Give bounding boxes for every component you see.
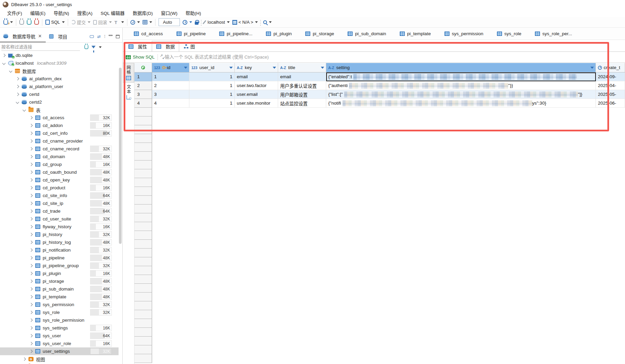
chevron-right-icon[interactable]	[29, 264, 33, 267]
chevron-right-icon[interactable]	[29, 241, 33, 244]
cell-setting[interactable]: {"list":[""]}	[326, 90, 596, 99]
chevron-right-icon[interactable]	[29, 147, 33, 151]
column-dropdown-icon[interactable]	[184, 67, 187, 69]
chevron-right-icon[interactable]	[2, 54, 6, 57]
sidebar-scrollbar[interactable]	[119, 68, 122, 244]
tree-item-table[interactable]: cd_user_suite32K	[0, 215, 119, 223]
cell-id[interactable]: 2	[152, 81, 189, 90]
tree-item[interactable]: 视图	[0, 355, 119, 363]
chevron-right-icon[interactable]	[29, 326, 33, 330]
tree-item-table[interactable]: cd_cname_record32K	[0, 145, 119, 153]
show-sql-button[interactable]: Show SQL	[126, 55, 155, 60]
grid-corner-cell[interactable]	[134, 63, 152, 72]
tree-item[interactable]: 数据库	[0, 67, 119, 75]
cell-setting[interactable]: {"enabled":t	[326, 72, 596, 81]
chevron-right-icon[interactable]	[29, 163, 33, 166]
tree-item-table[interactable]: sys_role32K	[0, 308, 119, 316]
chevron-right-icon[interactable]	[29, 210, 33, 213]
tree-item-table[interactable]: cd_product16K	[0, 184, 119, 192]
edit-connection-button[interactable]	[25, 19, 33, 26]
chevron-right-icon[interactable]	[23, 358, 26, 361]
lock-button[interactable]	[193, 19, 200, 26]
column-dropdown-icon[interactable]	[321, 67, 324, 69]
transaction-history-button[interactable]	[181, 19, 193, 26]
chevron-right-icon[interactable]	[16, 85, 19, 88]
tree-item-table[interactable]: cd_access32K	[0, 114, 119, 122]
presentation-tab-网格[interactable]: 网格	[123, 63, 134, 83]
tree-item[interactable]: ai_platform_dex	[0, 75, 119, 83]
editor-tab-pi_sub_domain[interactable]: pi_sub_domain	[341, 28, 392, 40]
tree-item-table[interactable]: pi_pipeline48K	[0, 254, 119, 262]
new-connection-button[interactable]	[2, 19, 14, 26]
cell-create-time[interactable]: 2025-06-	[596, 99, 625, 108]
chevron-right-icon[interactable]	[29, 132, 33, 135]
chevron-right-icon[interactable]	[29, 225, 33, 229]
tab-projects[interactable]: 项目	[46, 30, 70, 42]
tree-item-table[interactable]: pi_notification32K	[0, 246, 119, 254]
menu-item-A[interactable]: 搜索(A)	[74, 9, 96, 17]
sql-editor-button[interactable]: SQL	[44, 19, 66, 26]
menu-item-W[interactable]: 窗口(W)	[157, 9, 181, 17]
column-header-key[interactable]: A-Zkey	[235, 63, 278, 72]
chevron-right-icon[interactable]	[29, 334, 33, 338]
cell-id[interactable]: 1	[152, 72, 189, 81]
cell-key[interactable]: user.email	[235, 90, 278, 99]
chevron-right-icon[interactable]	[29, 319, 33, 322]
tree-item-table[interactable]: cd_domain48K	[0, 153, 119, 160]
editor-tab-pi_storage[interactable]: pi_storage	[299, 28, 340, 40]
chevron-right-icon[interactable]	[29, 311, 33, 314]
rollback-button[interactable]: 回滚	[92, 18, 113, 26]
chevron-right-icon[interactable]	[29, 249, 33, 252]
filter-dropdown-icon[interactable]	[99, 46, 102, 48]
tree-item-table[interactable]: sys_user64K	[0, 332, 119, 340]
tree-item-table[interactable]: cd_oauth_bound48K	[0, 168, 119, 176]
menu-item-D[interactable]: 数据库(D)	[129, 9, 157, 17]
chevron-right-icon[interactable]	[29, 178, 33, 182]
collapse-all-icon[interactable]	[90, 35, 94, 38]
cell-title[interactable]: 站点监控设置	[278, 99, 326, 108]
editor-tab-pi_pipeline[interactable]: pi_pipeline	[170, 28, 212, 40]
chevron-right-icon[interactable]	[29, 287, 33, 291]
column-header-create_t[interactable]: create_t	[596, 63, 625, 72]
database-selector[interactable]: < N/A >	[231, 19, 259, 26]
tree-item-table[interactable]: cd_trade64K	[0, 207, 119, 215]
chevron-right-icon[interactable]	[29, 186, 33, 190]
chevron-right-icon[interactable]	[29, 342, 33, 345]
chevron-down-icon[interactable]	[9, 69, 13, 73]
chevron-right-icon[interactable]	[29, 202, 33, 205]
cell-user-id[interactable]: 1	[189, 81, 235, 90]
tree-item-table[interactable]: cd_site_info64K	[0, 192, 119, 199]
chevron-right-icon[interactable]	[29, 233, 33, 236]
chevron-right-icon[interactable]	[29, 256, 33, 260]
tree-item-table[interactable]: sys_permission32K	[0, 301, 119, 308]
cell-id[interactable]: 3	[152, 90, 189, 99]
compare-button[interactable]	[141, 19, 153, 25]
maximize-panel-icon[interactable]	[116, 35, 120, 38]
row-number-cell[interactable]: 3	[134, 90, 152, 99]
sql-filter-input[interactable]	[165, 55, 625, 60]
cell-key[interactable]: user.two.factor	[235, 81, 278, 90]
column-dropdown-icon[interactable]	[273, 67, 276, 69]
chevron-right-icon[interactable]	[29, 155, 33, 158]
cell-create-time[interactable]: 2025-05-	[596, 90, 625, 99]
commit-button[interactable]: 提交	[70, 18, 92, 26]
open-connection-button[interactable]	[18, 19, 25, 26]
chevron-right-icon[interactable]	[29, 171, 33, 174]
tree-item-table[interactable]: user_settings32K	[0, 347, 119, 355]
cell-id[interactable]: 4	[152, 99, 189, 108]
cell-create-time[interactable]: 2025-04-	[596, 81, 625, 90]
cell-key[interactable]: user.site.monitor	[235, 99, 278, 108]
connection-selector[interactable]: localhost	[206, 19, 231, 26]
chevron-down-icon[interactable]	[2, 62, 6, 65]
tree-item-table[interactable]: cd_cert_info80K	[0, 129, 119, 137]
tree-item[interactable]: localhostlocalhost:3309	[0, 59, 119, 67]
column-header-setting[interactable]: A-Zsetting	[326, 63, 596, 72]
menu-item-N[interactable]: 导航(N)	[50, 9, 73, 17]
chevron-down-icon[interactable]	[23, 108, 26, 112]
tree-item-table[interactable]: cd_addon16K	[0, 122, 119, 129]
transaction-log-button[interactable]	[113, 19, 125, 26]
tree-item-table[interactable]: sys_user_role16K	[0, 340, 119, 347]
chevron-right-icon[interactable]	[29, 280, 33, 283]
editor-tab-pi_plugin[interactable]: pi_plugin	[260, 28, 298, 40]
tree-item-table[interactable]: pi_history32K	[0, 231, 119, 238]
